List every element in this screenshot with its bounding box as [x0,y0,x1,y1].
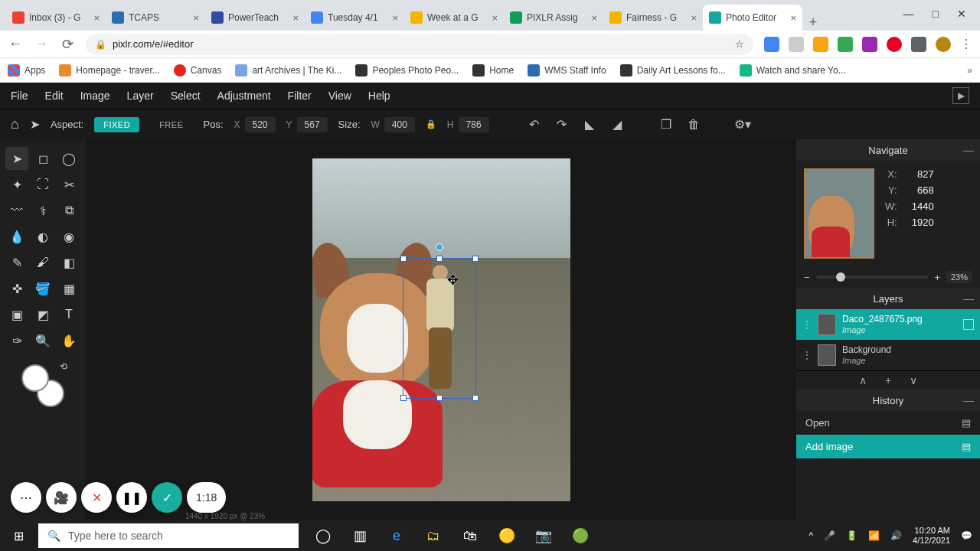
chrome-icon[interactable]: 🟡 [492,520,522,551]
extension-icon[interactable] [813,37,828,52]
bookmark-item[interactable]: Daily Art Lessons fo... [620,64,726,77]
gradient-tool[interactable]: ▦ [57,277,80,300]
zoom-thumb[interactable] [836,272,845,282]
size-w-input[interactable]: 400 [384,117,415,132]
collapse-icon[interactable]: — [963,394,974,406]
color-swatch[interactable]: ⟲ [21,364,64,407]
close-icon[interactable]: × [392,12,398,24]
settings-icon[interactable]: ⚙▾ [734,117,751,132]
chrome-menu-icon[interactable]: ⋮ [960,37,972,51]
dodge-tool[interactable]: ◐ [31,225,54,248]
delete-icon[interactable]: 🗑 [685,118,702,132]
canvas[interactable]: ✥ [312,158,570,501]
transform-selection[interactable] [403,258,476,399]
bookmark-item[interactable]: Canvas [174,64,222,77]
recorder-webcam-button[interactable]: 🎥 [46,482,77,513]
new-tab-button[interactable]: + [802,15,824,31]
crop-tool[interactable]: ⛶ [31,173,54,196]
rotate-handle[interactable] [436,243,443,251]
task-view-timeline-icon[interactable]: ▥ [345,520,375,551]
url-input[interactable]: 🔒 pixlr.com/e/#editor ☆ [86,34,753,55]
close-icon[interactable]: × [591,12,597,24]
aspect-free-button[interactable]: FREE [150,117,192,132]
start-button[interactable]: ⊞ [0,520,37,551]
resize-handle-bl[interactable] [400,395,407,401]
reload-button[interactable]: ⟳ [60,36,75,53]
history-panel-header[interactable]: History— [796,390,980,411]
bookmark-item[interactable]: Peoples Photo Peo... [355,64,459,77]
profile-avatar[interactable] [936,37,951,52]
bookmark-item[interactable]: WMS Staff Info [528,64,606,77]
aspect-fixed-button[interactable]: FIXED [94,117,139,132]
recorder-cancel-button[interactable]: ✕ [81,482,112,513]
undo-icon[interactable]: ↶ [526,117,543,132]
extension-icon[interactable] [789,37,804,52]
zoom-tool[interactable]: 🔍 [31,329,54,352]
menu-adjustment[interactable]: Adjustment [217,90,271,102]
extension-icon[interactable] [838,37,853,52]
navigator-thumbnail[interactable] [804,168,874,259]
flip-vertical-icon[interactable]: ◢ [609,117,626,132]
tray-wifi-icon[interactable]: 📶 [868,530,880,541]
tab-powerteacher[interactable]: PowerTeach× [205,5,305,31]
menu-help[interactable]: Help [368,90,390,102]
fill-tool[interactable]: 🪣 [31,277,54,300]
layers-panel-header[interactable]: Layers— [796,288,980,309]
layer-visibility-toggle[interactable] [963,319,974,330]
taskbar-search[interactable]: 🔍 Type here to search [38,523,299,548]
resize-handle-tr[interactable] [472,256,479,262]
forward-button[interactable]: → [34,36,49,52]
arrange-tool-icon[interactable]: ➤ [30,117,40,132]
window-minimize[interactable]: — [903,8,914,20]
clone-tool[interactable]: ⧉ [57,199,80,222]
size-h-input[interactable]: 786 [459,117,489,132]
collapse-icon[interactable]: — [963,144,974,156]
liquify-tool[interactable]: 〰 [5,199,28,222]
foreground-color[interactable] [21,364,49,392]
tray-mic-icon[interactable]: 🎤 [824,530,835,541]
edge-icon[interactable]: e [381,520,412,551]
taskbar-clock[interactable]: 10:20 AM 4/12/2021 [913,526,950,546]
expand-panel-icon[interactable]: ▶ [952,87,969,104]
lock-aspect-icon[interactable]: 🔒 [426,119,436,129]
zoom-in-button[interactable]: + [934,272,940,283]
layer-thumbnail[interactable] [818,344,836,366]
layer-up-button[interactable]: ∧ [859,374,867,386]
close-icon[interactable]: × [93,12,100,24]
zoom-out-button[interactable]: − [804,272,810,283]
sponge-tool[interactable]: ◉ [57,225,80,248]
home-icon[interactable]: ⌂ [11,116,19,132]
tab-tuesday[interactable]: Tuesday 4/1× [305,5,404,31]
brush-tool[interactable]: 🖌 [31,251,54,274]
bookmark-item[interactable]: art Archives | The Ki... [235,64,341,77]
replace-color-tool[interactable]: ✜ [5,277,28,300]
blur-tool[interactable]: 💧 [5,225,28,248]
canvas-area[interactable]: ✥ 1440 x 1920 px @ 23% [86,139,796,520]
task-view-icon[interactable]: ◯ [308,520,338,551]
extension-icon[interactable] [764,37,779,52]
resize-handle-br[interactable] [472,395,479,401]
star-icon[interactable]: ☆ [735,38,744,50]
window-maximize[interactable]: □ [933,8,939,20]
flip-horizontal-icon[interactable]: ◣ [581,117,598,132]
resize-handle-tc[interactable] [436,256,443,262]
redo-icon[interactable]: ↷ [554,117,570,132]
recorder-more-button[interactable]: ⋯ [11,482,41,513]
close-icon[interactable]: × [193,12,199,24]
layer-item[interactable]: ⋮ Daco_2487675.pngImage [796,309,980,340]
menu-select[interactable]: Select [171,90,201,102]
layer-down-button[interactable]: ∨ [910,374,917,386]
recorder-done-button[interactable]: ✓ [152,482,182,513]
heal-tool[interactable]: ⚕ [31,199,54,222]
pos-y-input[interactable]: 567 [297,117,328,132]
tab-pixlr-assign[interactable]: PIXLR Assig× [504,5,603,31]
zoom-slider[interactable] [816,276,929,279]
swap-colors-icon[interactable]: ⟲ [60,361,67,372]
arrange-tool[interactable]: ➤ [5,147,28,170]
notifications-icon[interactable]: 💬 [961,530,972,541]
back-button[interactable]: ← [8,36,23,52]
close-icon[interactable]: × [492,12,498,24]
drag-handle-icon[interactable]: ⋮ [802,319,812,330]
menu-filter[interactable]: Filter [288,90,312,102]
eraser-tool[interactable]: ◧ [57,251,80,274]
